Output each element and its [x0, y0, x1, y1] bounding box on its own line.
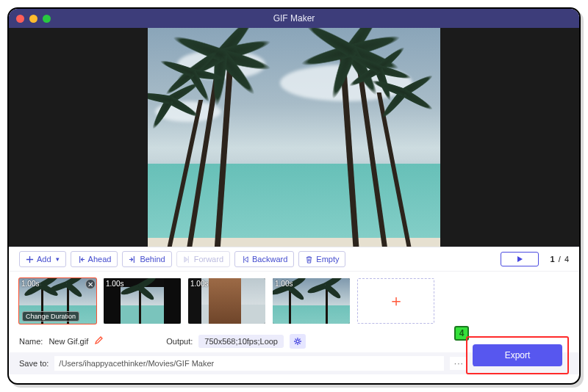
- window-title: GIF Maker: [9, 13, 579, 23]
- behind-button[interactable]: Behind: [122, 251, 171, 267]
- backward-button[interactable]: Backward: [234, 251, 294, 267]
- caret-down-icon: ▾: [56, 255, 60, 263]
- save-path-field[interactable]: /Users/ihappyacethinker/Movies/GIF Maker: [54, 356, 444, 371]
- save-label: Save to:: [19, 359, 49, 368]
- minimize-window-button[interactable]: [29, 15, 37, 23]
- forward-icon: [183, 255, 191, 264]
- export-highlight: Export: [466, 336, 569, 374]
- add-button[interactable]: Add ▾: [19, 251, 66, 267]
- thumbnail-strip: 1.00s ✕ Change Duration 1.00s 1.00s: [9, 272, 579, 330]
- maximize-window-button[interactable]: [43, 15, 51, 23]
- forward-label: Forward: [194, 255, 223, 264]
- save-path-value: /Users/ihappyacethinker/Movies/GIF Maker: [59, 359, 214, 368]
- export-button[interactable]: Export: [473, 344, 562, 366]
- forward-button[interactable]: Forward: [176, 251, 230, 267]
- frame-toolbar: Add ▾ Ahead Behind Forward Backward Empt…: [9, 247, 579, 272]
- insert-ahead-icon: [77, 255, 85, 264]
- output-value: 750x568;10fps;Loop: [198, 335, 284, 348]
- backward-icon: [241, 255, 249, 264]
- empty-label: Empty: [316, 255, 339, 264]
- backward-label: Backward: [252, 255, 287, 264]
- change-duration-button[interactable]: Change Duration: [22, 311, 79, 322]
- edit-name-button[interactable]: [94, 336, 103, 346]
- pencil-icon: [94, 336, 103, 345]
- add-frame-slot[interactable]: ＋: [357, 278, 434, 324]
- frame-thumbnail[interactable]: 1.00s: [273, 278, 350, 324]
- name-value: New Gif.gif: [49, 337, 88, 346]
- svg-point-0: [296, 340, 299, 343]
- output-settings-button[interactable]: [290, 334, 306, 349]
- frame-thumbnail[interactable]: 1.00s ✕ Change Duration: [19, 278, 96, 324]
- preview-canvas: [148, 28, 440, 247]
- output-label: Output:: [166, 337, 193, 346]
- gear-icon: [293, 337, 302, 346]
- window-controls: [16, 15, 51, 23]
- close-window-button[interactable]: [16, 15, 24, 23]
- duration-label: 1.00s: [275, 280, 293, 288]
- browse-path-button[interactable]: ···: [450, 357, 467, 370]
- insert-behind-icon: [129, 255, 137, 264]
- behind-label: Behind: [140, 255, 165, 264]
- plus-icon: [26, 255, 34, 264]
- frame-thumbnail[interactable]: 1.00s: [104, 278, 181, 324]
- add-label: Add: [37, 255, 51, 264]
- trash-icon: [305, 255, 313, 264]
- ahead-button[interactable]: Ahead: [71, 251, 118, 267]
- duration-label: 1.00s: [106, 280, 123, 288]
- titlebar: GIF Maker: [9, 9, 579, 28]
- play-icon: [516, 255, 523, 263]
- app-window: GIF Maker: [7, 7, 581, 385]
- duration-label: 1.00s: [21, 280, 39, 288]
- remove-frame-button[interactable]: ✕: [85, 279, 96, 289]
- frame-counter: 1 / 4: [551, 255, 569, 264]
- duration-label: 1.00s: [190, 280, 208, 288]
- current-frame: 1: [551, 255, 555, 264]
- frame-thumbnail[interactable]: 1.00s: [188, 278, 265, 324]
- name-label: Name:: [19, 337, 43, 346]
- ahead-label: Ahead: [88, 255, 112, 264]
- plus-icon: ＋: [388, 290, 404, 312]
- total-frames: 4: [564, 255, 569, 264]
- preview-area: [9, 28, 579, 247]
- empty-button[interactable]: Empty: [298, 251, 345, 267]
- step-number: 4: [459, 328, 465, 338]
- export-label: Export: [505, 350, 531, 360]
- play-button[interactable]: [501, 252, 539, 266]
